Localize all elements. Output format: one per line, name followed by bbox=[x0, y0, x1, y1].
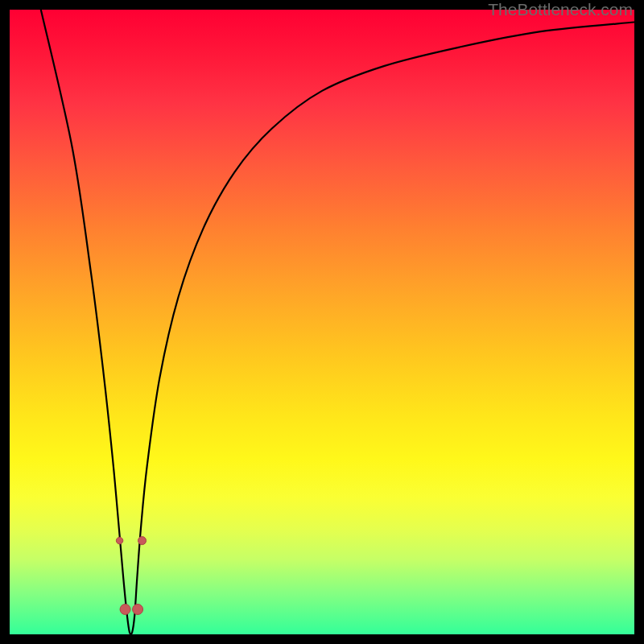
outer-frame: TheBottleneck.com bbox=[0, 0, 644, 644]
right-lower-blob bbox=[133, 604, 143, 614]
watermark-text: TheBottleneck.com bbox=[488, 0, 633, 19]
chart-svg bbox=[10, 10, 634, 634]
bottleneck-curve bbox=[41, 10, 634, 634]
left-lower-blob bbox=[120, 604, 130, 614]
right-upper-dot bbox=[138, 537, 147, 545]
left-upper-dot bbox=[116, 537, 122, 543]
